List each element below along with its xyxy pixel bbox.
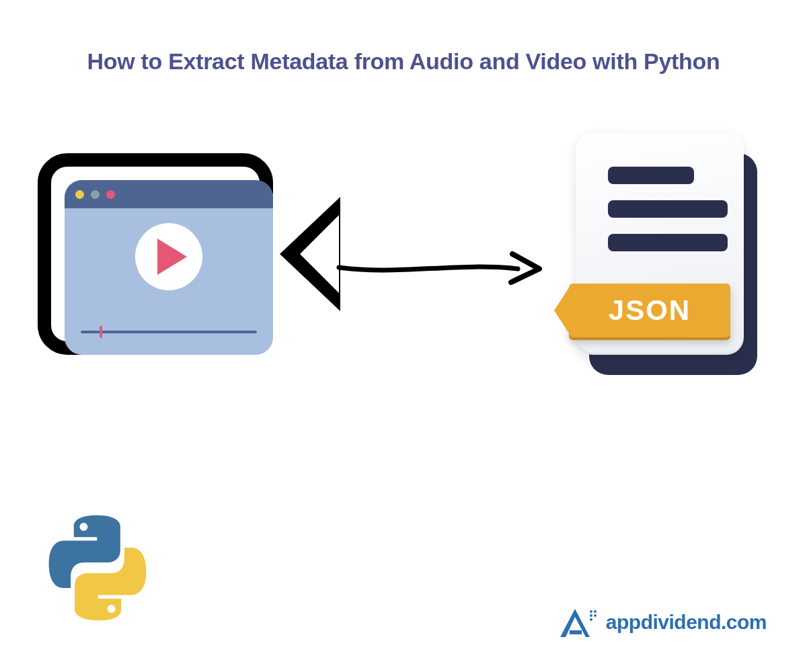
arrow-right-icon [336,249,545,289]
camera-body [38,153,273,355]
document-line-icon [608,200,728,218]
traffic-light-gray-icon [91,190,100,199]
video-player-screen [65,180,273,355]
play-button [135,223,202,290]
document-line-icon [608,234,728,251]
document-line-icon [608,167,694,184]
json-label: JSON [609,294,691,327]
svg-point-3 [590,614,592,617]
svg-point-5 [590,618,592,621]
video-camera-icon [38,153,307,368]
svg-point-4 [594,614,597,617]
svg-point-2 [594,610,597,613]
page-title: How to Extract Metadata from Audio and V… [0,48,807,75]
svg-rect-0 [570,630,582,634]
brand: appdividend.com [558,605,767,640]
svg-point-1 [590,610,592,613]
progress-bar [81,331,257,333]
play-icon [157,239,187,275]
traffic-light-red-icon [106,190,115,199]
window-titlebar [65,180,273,208]
python-logo-icon [40,511,155,625]
traffic-light-yellow-icon [75,190,84,199]
brand-text: appdividend.com [606,611,767,634]
json-badge: JSON [569,284,730,337]
json-document-icon: JSON [564,128,765,396]
camera-lens [280,197,340,311]
appdividend-logo-icon [558,605,601,640]
document-front-icon: JSON [576,133,744,355]
